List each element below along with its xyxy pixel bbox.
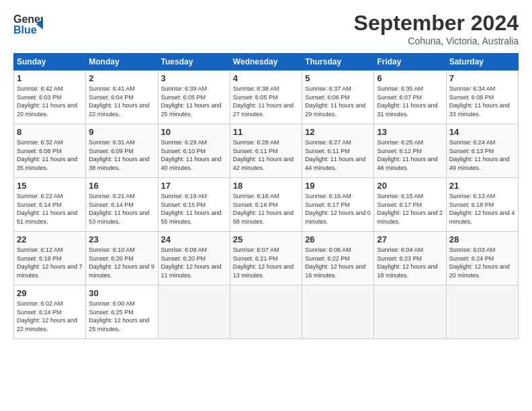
calendar-cell: 6Sunrise: 6:35 AMSunset: 6:07 PMDaylight… <box>374 71 446 124</box>
day-number: 9 <box>89 127 154 137</box>
day-info: Sunrise: 6:41 AMSunset: 6:04 PMDaylight:… <box>89 85 154 118</box>
day-number: 5 <box>305 73 371 83</box>
day-info: Sunrise: 6:16 AMSunset: 6:17 PMDaylight:… <box>305 192 371 226</box>
day-number: 8 <box>17 127 83 137</box>
day-number: 2 <box>89 73 154 83</box>
calendar-cell: 28Sunrise: 6:03 AMSunset: 6:24 PMDayligh… <box>446 232 518 285</box>
day-info: Sunrise: 6:22 AMSunset: 6:14 PMDaylight:… <box>17 192 83 226</box>
day-info: Sunrise: 6:35 AMSunset: 6:07 PMDaylight:… <box>377 85 443 118</box>
calendar-cell: 10Sunrise: 6:29 AMSunset: 6:10 PMDayligh… <box>158 124 230 178</box>
day-info: Sunrise: 6:09 AMSunset: 6:20 PMDaylight:… <box>161 246 227 279</box>
logo: General Blue <box>13 11 43 36</box>
day-number: 27 <box>377 234 443 244</box>
day-number: 30 <box>89 288 154 298</box>
calendar-cell: 17Sunrise: 6:19 AMSunset: 6:15 PMDayligh… <box>158 178 230 232</box>
day-number: 18 <box>233 181 299 191</box>
day-number: 26 <box>305 234 371 244</box>
col-tuesday: Tuesday <box>158 54 230 71</box>
location: Cohuna, Victoria, Australia <box>354 36 519 46</box>
calendar-cell: 30Sunrise: 6:00 AMSunset: 6:25 PMDayligh… <box>86 285 158 339</box>
calendar-cell: 13Sunrise: 6:25 AMSunset: 6:12 PMDayligh… <box>374 124 446 178</box>
day-number: 19 <box>305 181 371 191</box>
calendar-cell <box>302 285 374 339</box>
week-row-0: 1Sunrise: 6:42 AMSunset: 6:03 PMDaylight… <box>14 71 519 124</box>
day-number: 21 <box>449 181 515 191</box>
day-number: 29 <box>17 288 83 298</box>
calendar-cell: 18Sunrise: 6:18 AMSunset: 6:16 PMDayligh… <box>230 178 302 232</box>
calendar-cell: 9Sunrise: 6:31 AMSunset: 6:09 PMDaylight… <box>86 124 158 178</box>
day-number: 13 <box>377 127 443 137</box>
calendar-cell: 12Sunrise: 6:27 AMSunset: 6:11 PMDayligh… <box>302 124 374 178</box>
day-info: Sunrise: 6:21 AMSunset: 6:14 PMDaylight:… <box>89 192 154 226</box>
day-info: Sunrise: 6:13 AMSunset: 6:18 PMDaylight:… <box>449 192 515 226</box>
day-info: Sunrise: 6:15 AMSunset: 6:17 PMDaylight:… <box>377 192 443 226</box>
day-number: 7 <box>449 73 515 83</box>
day-number: 1 <box>17 73 83 83</box>
calendar-cell: 3Sunrise: 6:39 AMSunset: 6:05 PMDaylight… <box>158 71 230 124</box>
col-thursday: Thursday <box>302 54 374 71</box>
calendar-cell: 26Sunrise: 6:06 AMSunset: 6:22 PMDayligh… <box>302 232 374 285</box>
day-info: Sunrise: 6:38 AMSunset: 6:05 PMDaylight:… <box>233 85 299 118</box>
day-info: Sunrise: 6:29 AMSunset: 6:10 PMDaylight:… <box>161 138 227 172</box>
day-info: Sunrise: 6:24 AMSunset: 6:13 PMDaylight:… <box>449 138 515 172</box>
calendar-cell: 8Sunrise: 6:32 AMSunset: 6:08 PMDaylight… <box>14 124 86 178</box>
day-info: Sunrise: 6:42 AMSunset: 6:03 PMDaylight:… <box>17 85 83 118</box>
calendar-cell: 23Sunrise: 6:10 AMSunset: 6:20 PMDayligh… <box>86 232 158 285</box>
week-row-2: 15Sunrise: 6:22 AMSunset: 6:14 PMDayligh… <box>14 178 519 232</box>
col-monday: Monday <box>86 54 158 71</box>
calendar-cell: 22Sunrise: 6:12 AMSunset: 6:19 PMDayligh… <box>14 232 86 285</box>
day-number: 20 <box>377 181 443 191</box>
day-number: 6 <box>377 73 443 83</box>
calendar-cell: 25Sunrise: 6:07 AMSunset: 6:21 PMDayligh… <box>230 232 302 285</box>
svg-text:Blue: Blue <box>13 24 37 36</box>
day-number: 17 <box>161 181 227 191</box>
logo-icon: General Blue <box>13 11 43 36</box>
month-title: September 2024 <box>354 11 519 36</box>
day-info: Sunrise: 6:03 AMSunset: 6:24 PMDaylight:… <box>449 246 515 279</box>
page: General Blue September 2024 Cohuna, Vict… <box>0 0 532 411</box>
header-row: Sunday Monday Tuesday Wednesday Thursday… <box>14 54 519 71</box>
title-block: September 2024 Cohuna, Victoria, Austral… <box>354 11 519 46</box>
week-row-4: 29Sunrise: 6:02 AMSunset: 6:24 PMDayligh… <box>14 285 519 339</box>
calendar-cell <box>230 285 302 339</box>
day-number: 15 <box>17 181 83 191</box>
calendar-cell <box>374 285 446 339</box>
day-info: Sunrise: 6:19 AMSunset: 6:15 PMDaylight:… <box>161 192 227 226</box>
calendar-cell: 14Sunrise: 6:24 AMSunset: 6:13 PMDayligh… <box>446 124 518 178</box>
day-info: Sunrise: 6:27 AMSunset: 6:11 PMDaylight:… <box>305 138 371 172</box>
day-number: 4 <box>233 73 299 83</box>
day-info: Sunrise: 6:32 AMSunset: 6:08 PMDaylight:… <box>17 138 83 172</box>
calendar-cell: 24Sunrise: 6:09 AMSunset: 6:20 PMDayligh… <box>158 232 230 285</box>
day-info: Sunrise: 6:25 AMSunset: 6:12 PMDaylight:… <box>377 138 443 172</box>
day-info: Sunrise: 6:34 AMSunset: 6:08 PMDaylight:… <box>449 85 515 118</box>
calendar-cell: 20Sunrise: 6:15 AMSunset: 6:17 PMDayligh… <box>374 178 446 232</box>
col-wednesday: Wednesday <box>230 54 302 71</box>
calendar-cell: 16Sunrise: 6:21 AMSunset: 6:14 PMDayligh… <box>86 178 158 232</box>
calendar-cell: 5Sunrise: 6:37 AMSunset: 6:06 PMDaylight… <box>302 71 374 124</box>
day-info: Sunrise: 6:07 AMSunset: 6:21 PMDaylight:… <box>233 246 299 279</box>
day-number: 25 <box>233 234 299 244</box>
calendar-cell: 7Sunrise: 6:34 AMSunset: 6:08 PMDaylight… <box>446 71 518 124</box>
day-info: Sunrise: 6:18 AMSunset: 6:16 PMDaylight:… <box>233 192 299 226</box>
header: General Blue September 2024 Cohuna, Vict… <box>13 11 519 46</box>
calendar-cell: 2Sunrise: 6:41 AMSunset: 6:04 PMDaylight… <box>86 71 158 124</box>
day-number: 16 <box>89 181 154 191</box>
calendar-cell <box>158 285 230 339</box>
col-sunday: Sunday <box>14 54 86 71</box>
day-number: 11 <box>233 127 299 137</box>
day-number: 12 <box>305 127 371 137</box>
day-info: Sunrise: 6:37 AMSunset: 6:06 PMDaylight:… <box>305 85 371 118</box>
calendar-cell: 21Sunrise: 6:13 AMSunset: 6:18 PMDayligh… <box>446 178 518 232</box>
day-info: Sunrise: 6:04 AMSunset: 6:23 PMDaylight:… <box>377 246 443 279</box>
day-number: 24 <box>161 234 227 244</box>
col-friday: Friday <box>374 54 446 71</box>
calendar-cell: 15Sunrise: 6:22 AMSunset: 6:14 PMDayligh… <box>14 178 86 232</box>
day-info: Sunrise: 6:06 AMSunset: 6:22 PMDaylight:… <box>305 246 371 279</box>
calendar-cell <box>446 285 518 339</box>
day-info: Sunrise: 6:39 AMSunset: 6:05 PMDaylight:… <box>161 85 227 118</box>
day-info: Sunrise: 6:02 AMSunset: 6:24 PMDaylight:… <box>17 300 83 333</box>
calendar-cell: 27Sunrise: 6:04 AMSunset: 6:23 PMDayligh… <box>374 232 446 285</box>
calendar-cell: 11Sunrise: 6:28 AMSunset: 6:11 PMDayligh… <box>230 124 302 178</box>
col-saturday: Saturday <box>446 54 518 71</box>
calendar-cell: 29Sunrise: 6:02 AMSunset: 6:24 PMDayligh… <box>14 285 86 339</box>
